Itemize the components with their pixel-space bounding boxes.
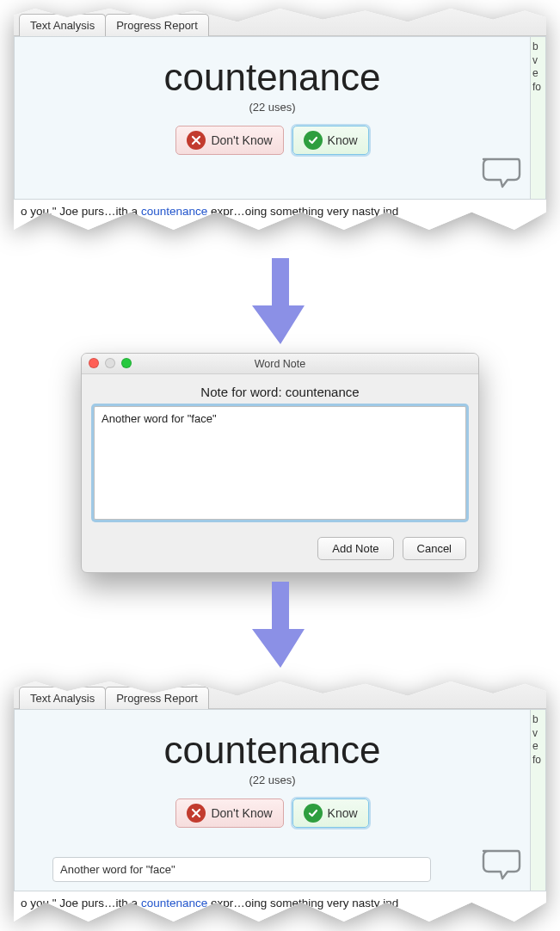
tab-progress-report[interactable]: Progress Report: [105, 687, 209, 709]
dont-know-label: Don't Know: [211, 806, 272, 820]
context-highlight: countenance: [141, 897, 207, 909]
flow-arrow-icon: [250, 582, 311, 671]
context-sentence: o you," Joe purs…ith a countenance expr……: [14, 891, 546, 922]
tabs-bar: Text Analysis Progress Report: [14, 681, 546, 709]
side-strip: b v e fo: [531, 36, 546, 200]
dialog-subtitle: Note for word: countenance: [82, 374, 478, 406]
tab-progress-report[interactable]: Progress Report: [105, 14, 209, 36]
vocab-panel-before: Text Analysis Progress Report countenanc…: [14, 9, 546, 230]
know-button[interactable]: Know: [292, 798, 369, 828]
side-strip: b v e fo: [531, 709, 546, 891]
vocab-uses: (22 uses): [25, 101, 520, 114]
window-close-icon[interactable]: [89, 358, 99, 368]
speech-bubble-icon[interactable]: [480, 848, 521, 884]
x-circle-icon: [187, 131, 206, 150]
know-label: Know: [328, 806, 358, 820]
vocab-uses: (22 uses): [25, 774, 520, 786]
note-textarea[interactable]: [94, 406, 466, 520]
dialog-titlebar: Word Note: [82, 354, 478, 374]
saved-note-display[interactable]: Another word for "face": [52, 857, 431, 882]
tab-text-analysis[interactable]: Text Analysis: [19, 14, 106, 36]
dont-know-label: Don't Know: [211, 133, 272, 147]
tab-text-analysis[interactable]: Text Analysis: [19, 687, 106, 709]
context-sentence: o you," Joe purs…ith a countenance expr……: [14, 200, 546, 230]
check-circle-icon: [304, 131, 323, 150]
word-note-dialog: Word Note Note for word: countenance Add…: [81, 353, 479, 573]
window-zoom-icon[interactable]: [121, 358, 132, 368]
dialog-title-text: Word Note: [255, 358, 306, 370]
know-button[interactable]: Know: [292, 126, 369, 155]
vocab-panel-after: Text Analysis Progress Report countenanc…: [14, 681, 546, 922]
add-note-button[interactable]: Add Note: [317, 537, 393, 560]
x-circle-icon: [187, 804, 206, 823]
vocab-word: countenance: [25, 56, 520, 99]
vocab-card: countenance (22 uses) Don't Know: [14, 709, 531, 891]
vocab-word: countenance: [25, 729, 520, 772]
cancel-button[interactable]: Cancel: [403, 537, 466, 560]
dont-know-button[interactable]: Don't Know: [175, 798, 283, 828]
window-minimize-icon[interactable]: [105, 358, 115, 368]
know-label: Know: [328, 133, 358, 147]
tabs-bar: Text Analysis Progress Report: [14, 9, 546, 36]
speech-bubble-icon[interactable]: [480, 156, 521, 192]
check-circle-icon: [304, 804, 323, 823]
dont-know-button[interactable]: Don't Know: [175, 126, 283, 155]
context-highlight: countenance: [141, 205, 207, 218]
vocab-card: countenance (22 uses) Don't Know: [14, 36, 531, 200]
flow-arrow-icon: [250, 258, 311, 348]
